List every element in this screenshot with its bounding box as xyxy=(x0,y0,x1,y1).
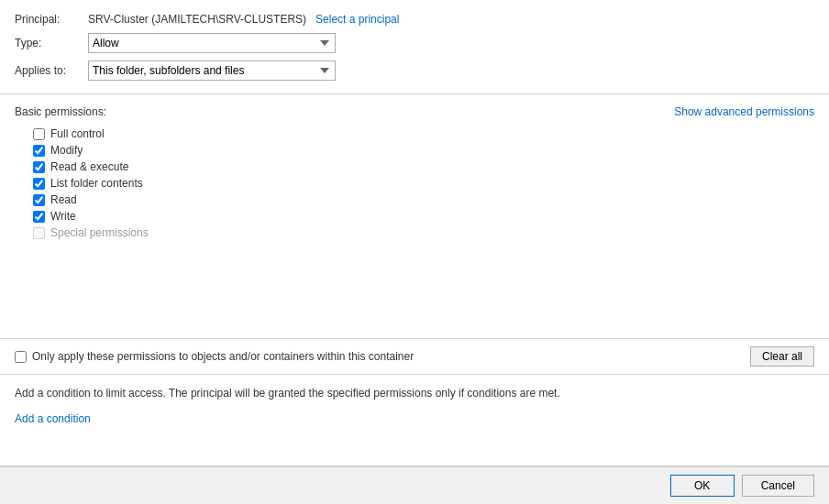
checkboxes-area: Full control Modify Read & execute List … xyxy=(33,127,814,239)
only-apply-container: Only apply these permissions to objects … xyxy=(15,350,414,363)
checkbox-read-execute-label: Read & execute xyxy=(50,160,128,173)
ok-button[interactable]: OK xyxy=(670,475,735,497)
checkbox-special: Special permissions xyxy=(33,226,814,239)
applies-dropdown[interactable]: This folder, subfolders and files This f… xyxy=(88,60,336,81)
checkbox-special-input xyxy=(33,227,45,239)
permissions-section: Basic permissions: Show advanced permiss… xyxy=(0,94,829,339)
applies-label: Applies to: xyxy=(15,64,88,77)
checkbox-read-execute: Read & execute xyxy=(33,160,814,173)
type-label: Type: xyxy=(15,37,88,49)
checkbox-modify-input[interactable] xyxy=(33,145,45,157)
applies-row: Applies to: This folder, subfolders and … xyxy=(15,60,814,81)
principal-label: Principal: xyxy=(15,13,88,26)
checkbox-full-control-label: Full control xyxy=(50,127,105,140)
show-advanced-link[interactable]: Show advanced permissions xyxy=(674,105,814,118)
principal-row: Principal: SRV-Cluster (JAMILTECH\SRV-CL… xyxy=(15,13,814,26)
checkbox-read-label: Read xyxy=(50,193,77,206)
checkbox-read: Read xyxy=(33,193,814,206)
condition-section: Add a condition to limit access. The pri… xyxy=(0,375,829,466)
checkbox-modify-label: Modify xyxy=(50,144,83,157)
add-condition-link[interactable]: Add a condition xyxy=(15,412,91,425)
principal-value: SRV-Cluster (JAMILTECH\SRV-CLUSTERS) xyxy=(88,13,306,26)
type-row: Type: Allow Deny xyxy=(15,33,814,53)
only-apply-checkbox[interactable] xyxy=(15,351,27,363)
only-apply-label: Only apply these permissions to objects … xyxy=(32,350,414,363)
only-apply-row: Only apply these permissions to objects … xyxy=(0,339,829,375)
permissions-dialog: Principal: SRV-Cluster (JAMILTECH\SRV-CL… xyxy=(0,0,829,504)
cancel-button[interactable]: Cancel xyxy=(742,475,814,497)
checkbox-full-control: Full control xyxy=(33,127,814,140)
checkbox-read-execute-input[interactable] xyxy=(33,161,45,173)
checkbox-write-label: Write xyxy=(50,210,76,223)
footer: OK Cancel xyxy=(0,466,829,504)
checkbox-special-label: Special permissions xyxy=(50,226,149,239)
checkbox-full-control-input[interactable] xyxy=(33,128,45,140)
permissions-header: Basic permissions: Show advanced permiss… xyxy=(15,105,814,118)
checkbox-modify: Modify xyxy=(33,144,814,157)
permissions-title: Basic permissions: xyxy=(15,105,106,118)
top-section: Principal: SRV-Cluster (JAMILTECH\SRV-CL… xyxy=(0,0,829,94)
type-dropdown[interactable]: Allow Deny xyxy=(88,33,336,53)
checkbox-write-input[interactable] xyxy=(33,211,45,223)
select-principal-link[interactable]: Select a principal xyxy=(315,13,399,26)
checkbox-list-folder-label: List folder contents xyxy=(50,177,143,190)
checkbox-write: Write xyxy=(33,210,814,223)
clear-all-button[interactable]: Clear all xyxy=(750,346,814,367)
condition-description: Add a condition to limit access. The pri… xyxy=(15,386,814,401)
checkbox-read-input[interactable] xyxy=(33,194,45,206)
checkbox-list-folder: List folder contents xyxy=(33,177,814,190)
checkbox-list-folder-input[interactable] xyxy=(33,178,45,190)
